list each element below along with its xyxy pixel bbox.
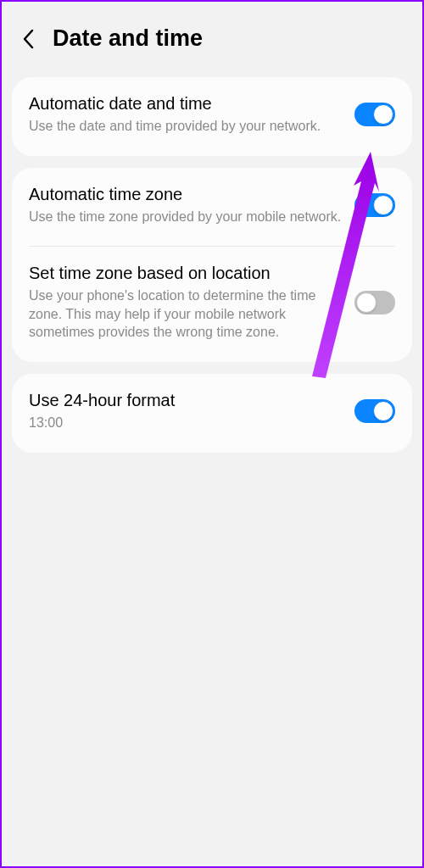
- card-auto-datetime: Automatic date and time Use the date and…: [12, 77, 412, 156]
- setting-title: Automatic time zone: [29, 185, 343, 204]
- setting-text: Set time zone based on location Use your…: [29, 264, 354, 342]
- toggle-location-timezone[interactable]: [354, 291, 395, 314]
- toggle-24hour[interactable]: [354, 399, 395, 423]
- setting-desc: 13:00: [29, 414, 343, 432]
- setting-auto-datetime[interactable]: Automatic date and time Use the date and…: [12, 77, 412, 156]
- setting-text: Automatic time zone Use the time zone pr…: [29, 185, 354, 226]
- setting-title: Use 24-hour format: [29, 391, 343, 410]
- back-icon[interactable]: [20, 31, 36, 47]
- setting-desc: Use the date and time provided by your n…: [29, 117, 343, 136]
- setting-text: Use 24-hour format 13:00: [29, 391, 354, 432]
- setting-24hour[interactable]: Use 24-hour format 13:00: [12, 374, 412, 453]
- toggle-auto-timezone[interactable]: [354, 193, 395, 217]
- toggle-knob: [356, 292, 377, 313]
- header: Date and time: [2, 2, 422, 74]
- setting-text: Automatic date and time Use the date and…: [29, 94, 354, 136]
- setting-desc: Use the time zone provided by your mobil…: [29, 208, 343, 226]
- toggle-auto-datetime[interactable]: [354, 103, 395, 126]
- setting-auto-timezone[interactable]: Automatic time zone Use the time zone pr…: [12, 168, 412, 247]
- page-title: Date and time: [53, 25, 203, 52]
- toggle-knob: [373, 104, 393, 125]
- card-timezone: Automatic time zone Use the time zone pr…: [12, 168, 412, 362]
- toggle-knob: [373, 195, 393, 215]
- setting-location-timezone[interactable]: Set time zone based on location Use your…: [12, 247, 412, 362]
- setting-title: Automatic date and time: [29, 94, 343, 114]
- setting-title: Set time zone based on location: [29, 264, 343, 283]
- card-24hour: Use 24-hour format 13:00: [12, 374, 412, 453]
- setting-desc: Use your phone's location to determine t…: [29, 287, 343, 342]
- toggle-knob: [373, 401, 393, 421]
- content: Automatic date and time Use the date and…: [2, 74, 422, 453]
